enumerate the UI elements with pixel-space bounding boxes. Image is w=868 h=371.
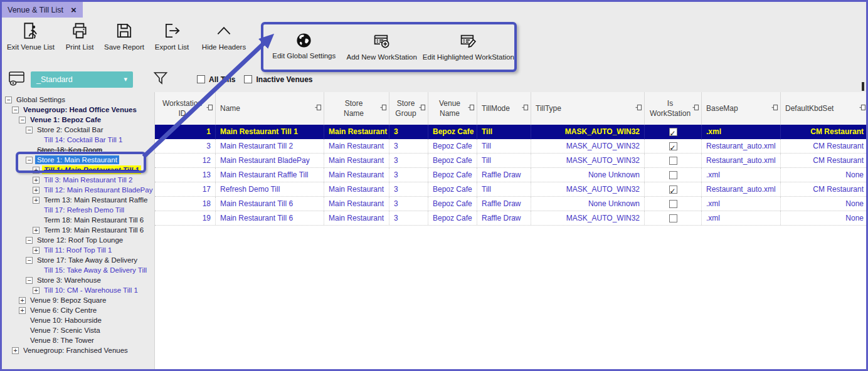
- column-header-default_kbd_set[interactable]: DefaultKbdSet: [781, 92, 866, 125]
- expand-icon[interactable]: +: [33, 197, 40, 204]
- edit-global-settings-button[interactable]: Edit Global Settings: [267, 27, 341, 60]
- tree-item[interactable]: −Global Settings: [2, 95, 154, 105]
- is-workstation-checkbox[interactable]: [669, 214, 677, 222]
- tab-venue-till-list[interactable]: Venue & Till List ×: [2, 2, 83, 18]
- tree-item[interactable]: Store 18: Keg Room: [2, 145, 154, 155]
- tree-item[interactable]: +Venue 6: City Centre: [2, 305, 154, 315]
- close-icon[interactable]: ×: [71, 5, 77, 14]
- expand-icon[interactable]: +: [33, 187, 40, 194]
- column-header-name[interactable]: Name: [216, 92, 324, 125]
- pin-icon[interactable]: [522, 104, 529, 113]
- collapse-icon[interactable]: −: [26, 237, 33, 244]
- tree-item[interactable]: −Store 12: Roof Top Lounge: [2, 235, 154, 245]
- collapse-icon[interactable]: −: [5, 97, 12, 103]
- expand-icon[interactable]: +: [33, 167, 40, 174]
- tree-item[interactable]: +Till 3: Main Restaurant Till 2: [2, 175, 154, 185]
- table-row[interactable]: 3Main Restaurant Till 2Main Restaurant3B…: [155, 139, 866, 154]
- pin-icon[interactable]: [206, 104, 213, 113]
- tree-item[interactable]: −Store 1: Main Restaurant: [2, 155, 154, 165]
- table-row[interactable]: 12Main Restaurant BladePayMain Restauran…: [155, 154, 866, 168]
- print-list-button[interactable]: Print List: [58, 18, 101, 51]
- pin-icon[interactable]: [859, 104, 866, 113]
- tree-item[interactable]: +Till 11: Roof Top Till 1: [2, 245, 154, 255]
- column-header-is_workstation[interactable]: Is WorkStation: [645, 92, 702, 125]
- pin-icon[interactable]: [635, 104, 642, 113]
- column-header-store_group[interactable]: Store Group: [389, 92, 428, 125]
- collapse-icon[interactable]: −: [12, 107, 19, 113]
- column-header-base_map[interactable]: BaseMap: [702, 92, 781, 125]
- tree-item[interactable]: −Store 3: Warehouse: [2, 275, 154, 285]
- table-row[interactable]: 18Main Restaurant Till 6Main Restaurant3…: [155, 197, 866, 211]
- tree-item[interactable]: +Term 19: Main Restaurant Till 6: [2, 225, 154, 235]
- expand-icon[interactable]: +: [33, 247, 40, 254]
- splitter-handle[interactable]: [862, 82, 864, 91]
- tree-item[interactable]: +Till 12: Main Restaurant BladePay: [2, 185, 154, 195]
- column-header-store_name[interactable]: Store Name: [324, 92, 389, 125]
- is-workstation-checkbox[interactable]: [669, 142, 677, 150]
- layout-view-icon[interactable]: [8, 70, 26, 89]
- collapse-icon[interactable]: −: [26, 127, 33, 133]
- is-workstation-checkbox[interactable]: [669, 200, 677, 208]
- column-header-till_mode[interactable]: TillMode: [477, 92, 531, 125]
- tree-item[interactable]: Term 18: Main Restaurant Till 6: [2, 215, 154, 225]
- column-header-till_type[interactable]: TillType: [531, 92, 645, 125]
- tree-item[interactable]: Venue 7: Scenic Vista: [2, 325, 154, 335]
- expand-icon[interactable]: +: [33, 287, 40, 294]
- table-row[interactable]: 1Main Restaurant Till 1Main Restaurant3B…: [155, 125, 866, 139]
- tree-item[interactable]: −Venuegroup: Head Office Venues: [2, 105, 154, 115]
- main-content: −Global Settings−Venuegroup: Head Office…: [2, 92, 866, 369]
- pin-icon[interactable]: [419, 104, 426, 113]
- table-row[interactable]: 19Main Restaurant Till 6Main Restaurant3…: [155, 211, 866, 226]
- add-new-workstation-button[interactable]: Add New WorkStation: [341, 27, 423, 61]
- tree-item[interactable]: −Venue 1: Bepoz Cafe: [2, 115, 154, 125]
- tree-item[interactable]: Till 17: Refresh Demo Till: [2, 205, 154, 215]
- annotation-box-workstation-actions: Edit Global Settings Add New WorkStation: [261, 22, 517, 72]
- all-tills-checkbox-group[interactable]: All Tills: [197, 75, 235, 84]
- tree-item[interactable]: −Store 2: Cocktail Bar: [2, 125, 154, 135]
- column-header-venue_name[interactable]: Venue Name: [428, 92, 477, 125]
- collapse-icon[interactable]: −: [26, 257, 33, 264]
- is-workstation-checkbox[interactable]: [669, 171, 677, 179]
- funnel-icon[interactable]: [153, 71, 168, 88]
- tree-item[interactable]: Till 14: Cocktail Bar Till 1: [2, 135, 154, 145]
- is-workstation-checkbox[interactable]: [669, 157, 677, 165]
- view-selector-dropdown[interactable]: _Standard ▾: [31, 71, 133, 88]
- tree-item[interactable]: Venue 8: The Tower: [2, 335, 154, 345]
- column-header-label: TillType: [536, 103, 561, 113]
- pin-icon[interactable]: [468, 104, 475, 113]
- tree-item[interactable]: +Till 1: Main Restaurant Till 1: [2, 165, 154, 175]
- tree-item[interactable]: Till 15: Take Away & Delivery Till: [2, 265, 154, 275]
- expand-icon[interactable]: +: [33, 227, 40, 234]
- pin-icon[interactable]: [692, 104, 699, 113]
- table-row[interactable]: 13Main Restaurant Raffle TillMain Restau…: [155, 168, 866, 182]
- pin-icon[interactable]: [315, 104, 322, 113]
- exit-venue-list-button[interactable]: Exit Venue List: [3, 18, 58, 51]
- tree-item[interactable]: +Venuegroup: Franchised Venues: [2, 345, 154, 355]
- collapse-icon[interactable]: −: [26, 277, 33, 284]
- inactive-venues-checkbox[interactable]: [244, 75, 252, 83]
- collapse-icon[interactable]: −: [26, 157, 33, 164]
- export-list-button[interactable]: Export List: [147, 18, 196, 51]
- all-tills-checkbox[interactable]: [197, 75, 205, 83]
- expand-icon[interactable]: +: [12, 347, 19, 354]
- pin-icon[interactable]: [380, 104, 387, 113]
- collapse-icon[interactable]: −: [19, 117, 26, 123]
- save-report-button[interactable]: Save Report: [101, 18, 147, 51]
- column-header-id[interactable]: Workstation ID: [155, 92, 216, 125]
- tree-item-label: Till 12: Main Restaurant BladePay: [42, 186, 154, 194]
- hide-headers-button[interactable]: Hide Headers: [196, 18, 251, 51]
- edit-highlighted-workstation-button[interactable]: Edit Highlighted WorkStation: [423, 27, 514, 61]
- expand-icon[interactable]: +: [33, 177, 40, 184]
- tree-item[interactable]: +Term 13: Main Restaurant Raffle: [2, 195, 154, 205]
- expand-icon[interactable]: +: [19, 297, 26, 304]
- tree-item[interactable]: Venue 10: Habourside: [2, 315, 154, 325]
- inactive-venues-checkbox-group[interactable]: Inactive Venues: [244, 75, 312, 84]
- pin-icon[interactable]: [771, 104, 778, 113]
- is-workstation-checkbox[interactable]: [669, 128, 677, 136]
- table-row[interactable]: 17Refresh Demo TillMain Restaurant3Bepoz…: [155, 182, 866, 197]
- tree-item[interactable]: −Store 17: Take Away & Delivery: [2, 255, 154, 265]
- expand-icon[interactable]: +: [19, 307, 26, 314]
- tree-item[interactable]: +Till 10: CM - Warehouse Till 1: [2, 285, 154, 295]
- is-workstation-checkbox[interactable]: [669, 186, 677, 194]
- tree-item[interactable]: +Venue 9: Bepoz Square: [2, 295, 154, 305]
